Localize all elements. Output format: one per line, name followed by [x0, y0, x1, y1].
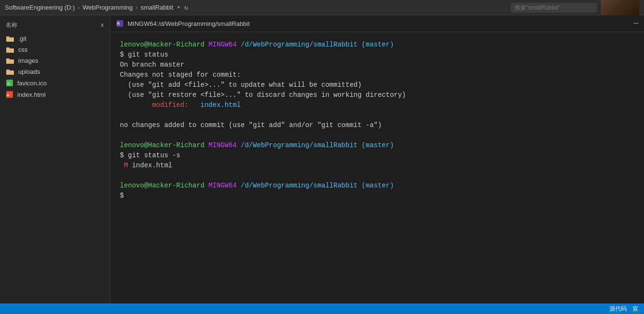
- prompt-user-2: lenovo@Hacker-Richard: [120, 141, 204, 149]
- output-hint-restore: (use "git restore <file>..." to discard …: [120, 90, 634, 100]
- sidebar-item-git[interactable]: .git: [0, 33, 110, 44]
- breadcrumb-sep2: ›: [136, 4, 138, 11]
- m-marker: M: [120, 162, 128, 169]
- output-modified-line: modified: index.html: [120, 100, 634, 110]
- sidebar: 名称 ∧ .git css: [0, 15, 110, 303]
- blank-3: [120, 171, 634, 181]
- prompt-line-2: lenovo@Hacker-Richard MINGW64 /d/WebProg…: [120, 140, 634, 151]
- sidebar-header: 名称 ∧: [0, 19, 110, 33]
- breadcrumb-part1: SoftwareEngineering (D:): [5, 4, 75, 11]
- breadcrumb-sep1: ›: [78, 4, 80, 11]
- dropdown-icon[interactable]: ▾: [177, 4, 180, 11]
- prompt-shell-2: MINGW64: [209, 141, 237, 149]
- folder-icon: [6, 47, 14, 53]
- terminal-close-icon[interactable]: —: [633, 19, 638, 28]
- svg-rect-6: [6, 70, 14, 75]
- prompt-line-3: lenovo@Hacker-Richard MINGW64 /d/WebProg…: [120, 181, 634, 191]
- sidebar-item-git-label: .git: [18, 35, 26, 42]
- prompt-path-3: /d/WebProgramming/smallRabbit: [241, 182, 358, 189]
- terminal-panel: M MINGW64:/d/WebProgramming/smallRabbit …: [110, 15, 644, 303]
- sidebar-item-images-label: images: [18, 57, 38, 64]
- command-2: $ git status -s: [120, 151, 634, 161]
- svg-text:H: H: [7, 93, 9, 97]
- command-3: $: [120, 191, 634, 201]
- terminal-tab-bar: M MINGW64:/d/WebProgramming/smallRabbit …: [110, 15, 644, 32]
- status-user-label[interactable]: 宸: [632, 305, 638, 313]
- html-file-icon: H: [6, 91, 13, 98]
- output-changes-header: Changes not staged for commit:: [120, 70, 634, 80]
- svg-text:M: M: [117, 22, 120, 26]
- breadcrumb-part2: WebProgramming: [82, 4, 133, 11]
- output-short-status: M index.html: [120, 161, 634, 171]
- prompt-line-1: lenovo@Hacker-Richard MINGW64 /d/WebProg…: [120, 40, 634, 50]
- favicon-icon: G: [6, 79, 13, 87]
- sidebar-header-label: 名称: [6, 21, 17, 29]
- folder-icon: [6, 35, 14, 42]
- sidebar-chevron-icon[interactable]: ∧: [101, 22, 104, 29]
- blank-2: [120, 130, 634, 140]
- output-branch: On branch master: [120, 60, 634, 70]
- terminal-tab-title: MINGW64:/d/WebProgramming/smallRabbit: [128, 20, 250, 27]
- terminal-icon: M: [116, 20, 124, 27]
- status-source-label[interactable]: 源代码: [609, 305, 627, 313]
- title-bar: SoftwareEngineering (D:) › WebProgrammin…: [0, 0, 644, 15]
- status-bar: 源代码 宸: [0, 303, 644, 314]
- refresh-icon[interactable]: ↻: [184, 3, 188, 12]
- svg-rect-4: [6, 59, 14, 64]
- output-no-changes: no changes added to commit (use "git add…: [120, 120, 634, 130]
- svg-rect-0: [6, 37, 14, 42]
- terminal-content[interactable]: lenovo@Hacker-Richard MINGW64 /d/WebProg…: [110, 32, 644, 303]
- breadcrumb: SoftwareEngineering (D:) › WebProgrammin…: [5, 4, 173, 11]
- sidebar-item-css[interactable]: css: [0, 44, 110, 55]
- prompt-user-3: lenovo@Hacker-Richard: [120, 182, 204, 189]
- folder-icon: [6, 58, 14, 64]
- svg-rect-5: [6, 58, 10, 60]
- prompt-branch-1: (master): [362, 41, 394, 48]
- search-input[interactable]: [511, 3, 597, 12]
- sidebar-item-index[interactable]: H index.html: [0, 89, 110, 100]
- prompt-path-2: /d/WebProgramming/smallRabbit: [241, 141, 358, 149]
- prompt-path-1: /d/WebProgramming/smallRabbit: [241, 41, 358, 48]
- breadcrumb-part3: smallRabbit: [141, 4, 173, 11]
- output-hint-add: (use "git add <file>..." to update what …: [120, 80, 634, 90]
- prompt-shell-3: MINGW64: [209, 182, 237, 189]
- header-image: [601, 0, 639, 15]
- sidebar-item-images[interactable]: images: [0, 55, 110, 66]
- sidebar-item-uploads[interactable]: uploads: [0, 66, 110, 77]
- sidebar-item-css-label: css: [18, 46, 28, 53]
- command-1: $ git status: [120, 50, 634, 60]
- main-content: 名称 ∧ .git css: [0, 15, 644, 303]
- prompt-branch-2: (master): [362, 141, 394, 149]
- sidebar-item-uploads-label: uploads: [18, 68, 40, 75]
- svg-text:G: G: [7, 81, 10, 86]
- modified-filename: index.html: [200, 101, 241, 109]
- blank-1: [120, 110, 634, 120]
- sidebar-item-favicon-label: favicon.ico: [17, 80, 47, 87]
- prompt-branch-3: (master): [362, 182, 394, 189]
- svg-rect-1: [6, 36, 10, 38]
- prompt-shell-1: MINGW64: [209, 41, 237, 48]
- svg-rect-2: [6, 48, 14, 53]
- svg-rect-3: [6, 47, 10, 49]
- folder-icon: [6, 69, 14, 75]
- prompt-user-1: lenovo@Hacker-Richard: [120, 41, 204, 48]
- svg-rect-7: [6, 70, 10, 71]
- sidebar-item-favicon[interactable]: G favicon.ico: [0, 77, 110, 89]
- sidebar-item-index-label: index.html: [17, 91, 46, 98]
